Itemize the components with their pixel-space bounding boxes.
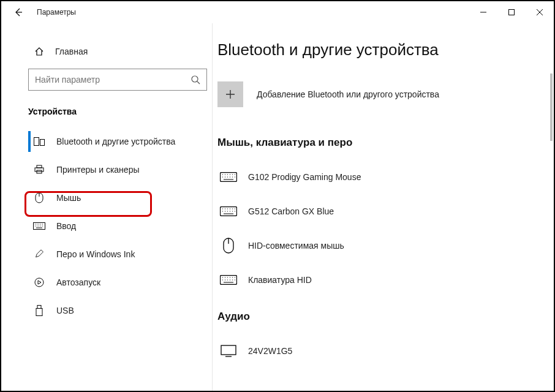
device-item[interactable]: HID-совместимая мышь [217, 228, 539, 263]
home-label: Главная [55, 47, 88, 56]
maximize-button[interactable] [497, 1, 526, 23]
sidebar-item-autoplay[interactable]: Автозапуск [1, 268, 212, 296]
mouse-icon [217, 238, 240, 254]
autoplay-icon [33, 277, 45, 287]
devices-icon [33, 137, 45, 146]
scrollbar[interactable] [550, 74, 553, 141]
device-item[interactable]: 24V2W1G5 [217, 334, 539, 368]
device-label: G512 Carbon GX Blue [248, 206, 334, 216]
window-controls [469, 1, 554, 23]
sidebar-item-label: Перо и Windows Ink [56, 249, 135, 259]
add-device-button[interactable]: Добавление Bluetooth или другого устройс… [217, 81, 539, 107]
arrow-left-icon [13, 7, 23, 17]
add-device-label: Добавление Bluetooth или другого устройс… [257, 89, 439, 99]
sidebar-item-label: Bluetooth и другие устройства [56, 137, 175, 146]
monitor-icon [217, 345, 240, 357]
keyboard-icon [217, 172, 240, 182]
device-label: Клавиатура HID [248, 275, 312, 285]
sidebar-item-printers[interactable]: Принтеры и сканеры [1, 156, 212, 184]
close-icon [536, 9, 543, 16]
group-title-audio: Аудио [217, 311, 539, 323]
titlebar: Параметры [1, 1, 554, 23]
sidebar-item-usb[interactable]: USB [1, 296, 212, 325]
home-link[interactable]: Главная [1, 43, 212, 60]
printer-icon [33, 165, 45, 175]
nav-list: Bluetooth и другие устройства Принтеры и… [1, 127, 212, 325]
device-label: 24V2W1G5 [248, 346, 292, 356]
svg-rect-3 [40, 140, 45, 146]
sidebar-item-label: USB [56, 306, 74, 315]
minimize-button[interactable] [469, 1, 497, 23]
sidebar-item-label: Принтеры и сканеры [56, 165, 139, 175]
minimize-icon [480, 9, 487, 16]
svg-point-1 [192, 76, 198, 82]
close-button[interactable] [526, 1, 554, 23]
search-input[interactable] [35, 75, 191, 85]
svg-rect-5 [35, 168, 43, 172]
svg-rect-0 [509, 10, 515, 15]
app-title: Параметры [37, 8, 76, 17]
sidebar-item-mouse[interactable]: Мышь [1, 184, 212, 212]
device-item[interactable]: G512 Carbon GX Blue [217, 194, 539, 228]
group-title-input: Мышь, клавиатура и перо [217, 137, 539, 149]
search-box[interactable] [28, 69, 207, 91]
page-title: Bluetooth и другие устройства [217, 40, 539, 59]
keyboard-icon [33, 222, 45, 230]
svg-rect-4 [37, 165, 42, 168]
back-button[interactable] [9, 2, 28, 22]
sidebar-item-typing[interactable]: Ввод [1, 212, 212, 240]
sidebar-item-pen[interactable]: Перо и Windows Ink [1, 240, 212, 268]
svg-point-9 [35, 278, 43, 287]
search-icon [191, 75, 200, 85]
device-label: HID-совместимая мышь [248, 241, 344, 251]
svg-rect-2 [34, 138, 39, 146]
sidebar-item-bluetooth[interactable]: Bluetooth и другие устройства [1, 127, 212, 156]
svg-rect-10 [37, 306, 41, 309]
device-item[interactable]: G102 Prodigy Gaming Mouse [217, 160, 539, 194]
device-item[interactable]: Клавиатура HID [217, 263, 539, 297]
plus-icon [225, 89, 236, 100]
sidebar-item-label: Автозапуск [56, 277, 100, 287]
mouse-icon [33, 192, 45, 203]
sidebar-item-label: Мышь [56, 193, 81, 203]
svg-rect-11 [36, 309, 42, 316]
device-label: G102 Prodigy Gaming Mouse [248, 172, 361, 182]
home-icon [33, 47, 45, 56]
section-label: Устройства [28, 107, 212, 116]
keyboard-icon [217, 206, 240, 216]
usb-icon [33, 305, 45, 316]
keyboard-icon [217, 275, 240, 285]
sidebar: Главная Устройства Bluetooth и другие ус… [1, 23, 213, 391]
svg-rect-16 [221, 345, 236, 355]
maximize-icon [508, 9, 515, 16]
main-content: Bluetooth и другие устройства Добавление… [213, 23, 554, 391]
sidebar-item-label: Ввод [56, 221, 76, 231]
pen-icon [33, 249, 45, 259]
plus-tile [217, 81, 243, 107]
